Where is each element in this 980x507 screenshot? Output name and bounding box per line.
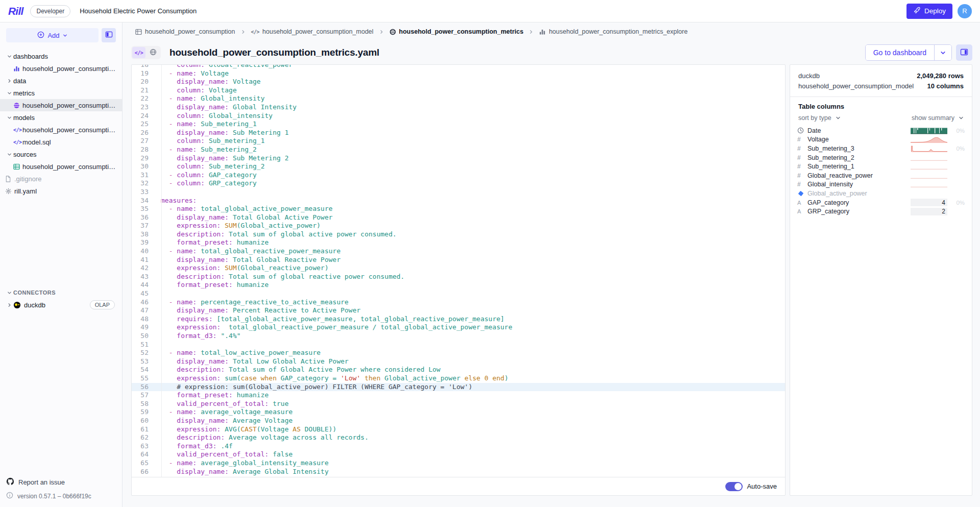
code-line[interactable]: 36 display_name: Total Global Active Pow… — [132, 213, 785, 222]
sidebar-section-models[interactable]: models — [0, 111, 122, 124]
line-number: 35 — [132, 205, 155, 213]
sidebar-section-metrics[interactable]: metrics — [0, 87, 122, 99]
code-line[interactable]: 37 expression: SUM(Global_active_power) — [132, 222, 785, 230]
sidebar-item[interactable]: </>model.sql — [0, 136, 122, 148]
code-line[interactable]: 53 display_name: Total Low Global Active… — [132, 357, 785, 366]
sidebar-item[interactable]: rill.yaml — [0, 185, 122, 197]
code-line[interactable]: 42 expression: SUM(Global_reactive_power… — [132, 264, 785, 273]
code-line[interactable]: 63 format_d3: .4f — [132, 442, 785, 451]
code-text: - name: Sub_metering_2 — [155, 146, 257, 154]
code-line[interactable]: 25 - name: Sub_metering_1 — [132, 120, 785, 129]
sidebar-item[interactable]: household_power_consumptio... — [0, 62, 122, 75]
sidebar-item[interactable]: household_power_consumptio... — [0, 160, 122, 173]
breadcrumb-item[interactable]: household_power_consumption_metrics_expl… — [539, 28, 688, 35]
code-line[interactable]: 46 - name: percentage_reactive_to_active… — [132, 298, 785, 307]
show-summary-dropdown[interactable]: show summary — [912, 114, 964, 122]
column-row[interactable]: #Voltage — [790, 135, 972, 144]
breadcrumb-item[interactable]: household_power_consumption_metrics — [389, 28, 524, 35]
code-line[interactable]: 29 display_name: Sub Metering 2 — [132, 154, 785, 163]
go-to-dashboard-menu-button[interactable] — [934, 45, 951, 60]
code-line[interactable]: 31 - column: GAP_category — [132, 171, 785, 180]
code-line[interactable]: 48 requires: [total_global_active_power_… — [132, 315, 785, 324]
report-issue-link[interactable]: Report an issue — [6, 477, 122, 487]
code-line[interactable]: 61 expression: AVG(CAST(Voltage AS DOUBL… — [132, 425, 785, 434]
code-line[interactable]: 65 - name: average_global_intensity_meas… — [132, 459, 785, 468]
code-line[interactable]: 41 display_name: Total Global Reactive P… — [132, 256, 785, 264]
code-line[interactable]: 24 column: Global_intensity — [132, 112, 785, 120]
code-line[interactable]: 57 format_preset: humanize — [132, 391, 785, 400]
code-line[interactable]: 44 format_preset: humanize — [132, 281, 785, 289]
deploy-button[interactable]: Deploy — [906, 4, 952, 19]
code-line[interactable]: 56 # expression: sum(Global_active_power… — [132, 383, 785, 392]
sidebar-item[interactable]: household_power_consumptio... — [0, 99, 122, 111]
column-row[interactable]: #Sub_metering_1 — [790, 162, 972, 171]
code-line[interactable]: 64 valid_percent_of_total: false — [132, 450, 785, 459]
code-line[interactable]: 19 - name: Voltage — [132, 69, 785, 78]
code-line[interactable]: 34measures: — [132, 197, 785, 205]
code-line[interactable]: 52 - name: total_low_active_power_measur… — [132, 349, 785, 357]
code-line[interactable]: 62 description: Average voltage across a… — [132, 433, 785, 442]
sort-by-type-dropdown[interactable]: sort by type — [798, 114, 841, 122]
add-button[interactable]: Add — [6, 28, 99, 42]
code-text: format_d3: .4f — [155, 442, 233, 451]
sidebar-section-data[interactable]: data — [0, 75, 122, 87]
code-line[interactable]: 18 column: Global_reactive_power — [132, 65, 785, 69]
column-row[interactable]: Date0% — [790, 126, 972, 135]
connectors-label: CONNECTORS — [13, 289, 56, 296]
code-line[interactable]: 59 - name: average_voltage_measure — [132, 408, 785, 417]
visual-view-button[interactable] — [146, 47, 160, 58]
breadcrumb-item[interactable]: </>household_power_consumption_model — [251, 28, 374, 35]
sidebar-section-dashboards[interactable]: dashboards — [0, 50, 122, 62]
code-text: expression: sum(case when GAP_category =… — [155, 374, 508, 383]
code-line[interactable]: 43 description: Total sum of global reac… — [132, 273, 785, 281]
code-line[interactable]: 47 display_name: Percent Reactive to Act… — [132, 306, 785, 315]
version-row: version 0.57.1 – 0b666f19c — [6, 492, 122, 500]
code-line[interactable]: 30 column: Sub_metering_2 — [132, 162, 785, 171]
code-line[interactable]: 50 format_d3: ".4%" — [132, 332, 785, 341]
code-line[interactable]: 51 — [132, 341, 785, 349]
breadcrumb-item[interactable]: household_power_consumption — [135, 28, 235, 35]
sidebar-item[interactable]: .gitignore — [0, 173, 122, 185]
connector-duckdb[interactable]: duckdb OLAP — [0, 298, 122, 311]
sidebar-item-label: household_power_consumptio... — [22, 163, 122, 171]
code-line[interactable]: 26 display_name: Sub Metering 1 — [132, 129, 785, 137]
code-line[interactable]: 33 — [132, 188, 785, 197]
code-line[interactable]: 40 - name: total_global_reactive_power_m… — [132, 247, 785, 256]
column-row[interactable]: AGAP_category40% — [790, 198, 972, 207]
code-line[interactable]: 55 expression: sum(case when GAP_categor… — [132, 374, 785, 383]
connectors-section-header[interactable]: CONNECTORS — [0, 287, 122, 298]
column-row[interactable]: #Sub_metering_2 — [790, 153, 972, 162]
code-line[interactable]: 38 description: Total sum of global acti… — [132, 230, 785, 239]
column-row[interactable]: #Global_reactive_power — [790, 171, 972, 180]
code-line[interactable]: 27 column: Sub_metering_1 — [132, 137, 785, 146]
code-line[interactable]: 32 - column: GRP_category — [132, 179, 785, 188]
code-line[interactable]: 49 expression: total_global_reactive_pow… — [132, 323, 785, 332]
sidebar-section-sources[interactable]: sources — [0, 148, 122, 160]
code-line[interactable]: 22 - name: Global_intensity — [132, 94, 785, 103]
column-row[interactable]: #Global_intensity — [790, 180, 972, 189]
code-line[interactable]: 60 display_name: Average Voltage — [132, 417, 785, 425]
line-number: 49 — [132, 323, 155, 332]
code-line[interactable]: 66 display_name: Average Global Intensit… — [132, 468, 785, 476]
sidebar-item[interactable]: </>household_power_consumptio... — [0, 124, 122, 136]
code-line[interactable]: 20 display_name: Voltage — [132, 78, 785, 86]
code-line[interactable]: 39 format_preset: humanize — [132, 238, 785, 247]
code-line[interactable]: 35 - name: total_global_active_power_mea… — [132, 205, 785, 213]
code-line[interactable]: 21 column: Voltage — [132, 86, 785, 95]
code-line[interactable]: 23 display_name: Global Intensity — [132, 103, 785, 112]
autosave-toggle[interactable] — [725, 482, 743, 491]
column-row[interactable]: AGRP_category2 — [790, 207, 972, 216]
yaml-editor[interactable]: 18 column: Global_reactive_power19 - nam… — [132, 65, 785, 477]
code-line[interactable]: 54 description: Total sum of Global Acti… — [132, 366, 785, 374]
column-row[interactable]: Global_active_power — [790, 189, 972, 198]
user-avatar[interactable]: R — [958, 4, 972, 18]
go-to-dashboard-button[interactable]: Go to dashboard — [866, 45, 934, 60]
code-view-button[interactable]: </> — [132, 47, 145, 58]
line-number: 45 — [132, 289, 155, 298]
code-line[interactable]: 45 — [132, 289, 785, 298]
column-row[interactable]: #Sub_metering_30% — [790, 144, 972, 153]
sidebar-collapse-button[interactable] — [102, 28, 116, 42]
inspector-toggle-button[interactable] — [956, 44, 972, 61]
code-line[interactable]: 28 - name: Sub_metering_2 — [132, 146, 785, 154]
code-line[interactable]: 58 valid_percent_of_total: true — [132, 400, 785, 408]
